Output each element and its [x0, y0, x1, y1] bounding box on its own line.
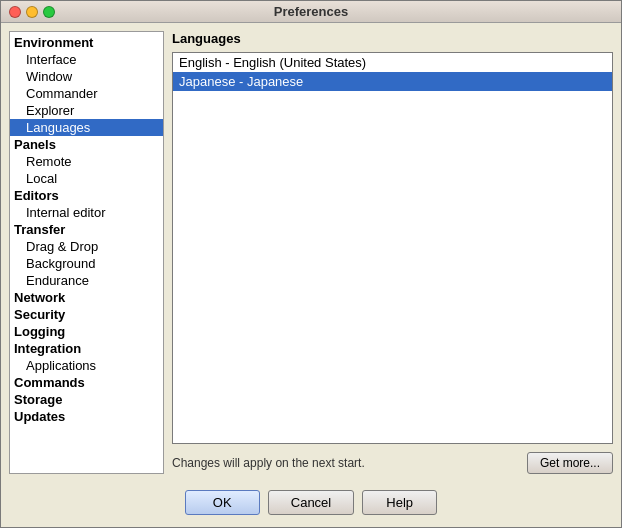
lang-item-ja[interactable]: Japanese - Japanese [173, 72, 612, 91]
footer-area: Changes will apply on the next start. Ge… [172, 452, 613, 474]
sidebar-item-applications[interactable]: Applications [10, 357, 163, 374]
minimize-button[interactable] [26, 6, 38, 18]
sidebar-item-drag-drop[interactable]: Drag & Drop [10, 238, 163, 255]
sidebar-item-updates[interactable]: Updates [10, 408, 163, 425]
preferences-window: Preferences EnvironmentInterfaceWindowCo… [0, 0, 622, 528]
close-button[interactable] [9, 6, 21, 18]
sidebar-item-interface[interactable]: Interface [10, 51, 163, 68]
window-title: Preferences [274, 4, 348, 19]
sidebar-item-remote[interactable]: Remote [10, 153, 163, 170]
footer-note-text: Changes will apply on the next start. [172, 456, 365, 470]
sidebar-item-languages[interactable]: Languages [10, 119, 163, 136]
sidebar-item-editors[interactable]: Editors [10, 187, 163, 204]
sidebar-item-panels[interactable]: Panels [10, 136, 163, 153]
sidebar: EnvironmentInterfaceWindowCommanderExplo… [9, 31, 164, 474]
sidebar-item-internal-editor[interactable]: Internal editor [10, 204, 163, 221]
help-button[interactable]: Help [362, 490, 437, 515]
sidebar-item-window[interactable]: Window [10, 68, 163, 85]
sidebar-item-environment[interactable]: Environment [10, 34, 163, 51]
sidebar-item-logging[interactable]: Logging [10, 323, 163, 340]
sidebar-item-storage[interactable]: Storage [10, 391, 163, 408]
sidebar-item-commands[interactable]: Commands [10, 374, 163, 391]
sidebar-item-transfer[interactable]: Transfer [10, 221, 163, 238]
titlebar: Preferences [1, 1, 621, 23]
section-title: Languages [172, 31, 613, 46]
maximize-button[interactable] [43, 6, 55, 18]
window-controls [9, 6, 55, 18]
main-panel: Languages English - English (United Stat… [172, 31, 613, 474]
lang-item-en[interactable]: English - English (United States) [173, 53, 612, 72]
languages-list[interactable]: English - English (United States)Japanes… [172, 52, 613, 444]
bottom-bar: OK Cancel Help [1, 482, 621, 527]
sidebar-item-endurance[interactable]: Endurance [10, 272, 163, 289]
sidebar-item-security[interactable]: Security [10, 306, 163, 323]
sidebar-item-explorer[interactable]: Explorer [10, 102, 163, 119]
main-content: EnvironmentInterfaceWindowCommanderExplo… [1, 23, 621, 482]
sidebar-item-network[interactable]: Network [10, 289, 163, 306]
sidebar-item-local[interactable]: Local [10, 170, 163, 187]
get-more-button[interactable]: Get more... [527, 452, 613, 474]
sidebar-item-background[interactable]: Background [10, 255, 163, 272]
ok-button[interactable]: OK [185, 490, 260, 515]
cancel-button[interactable]: Cancel [268, 490, 354, 515]
sidebar-item-commander[interactable]: Commander [10, 85, 163, 102]
sidebar-item-integration[interactable]: Integration [10, 340, 163, 357]
